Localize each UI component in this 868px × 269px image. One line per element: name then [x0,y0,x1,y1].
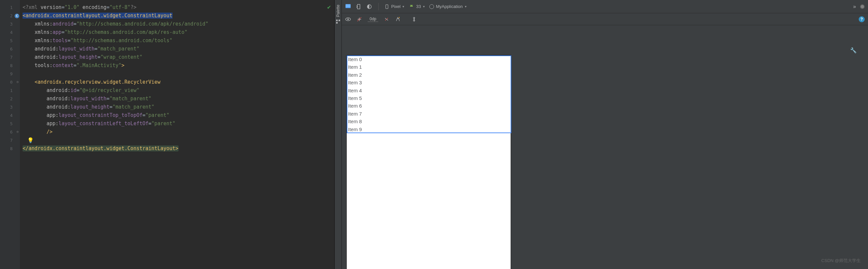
watermark-text: CSDN @师范大学生 [821,258,861,264]
autoconnect-icon[interactable] [356,17,362,22]
list-item[interactable]: Item 1 [347,63,510,71]
issues-indicator-icon[interactable] [860,4,865,9]
list-item[interactable]: Item 7 [347,110,510,118]
list-item[interactable]: Item 2 [347,71,510,79]
list-item[interactable]: Item 9 [347,125,510,133]
fold-end-icon[interactable]: ⊖ [16,130,19,133]
svg-point-8 [412,5,412,6]
line-number: 7 [10,55,12,60]
line-number: 8 [10,63,12,68]
svg-point-12 [347,18,349,20]
list-item[interactable]: Item 0 [347,56,510,63]
help-icon[interactable]: ? [859,16,865,22]
svg-point-15 [399,17,400,18]
more-toolbar-button[interactable]: » [853,4,856,10]
line-number: 8 [10,146,12,151]
design-canvas[interactable]: 🔧 Item 0 Item 1 Item 2 Item 3 Item 4 Ite… [342,25,868,269]
android-icon [409,4,414,9]
svg-rect-6 [386,5,388,9]
view-options-icon[interactable] [345,17,351,22]
line-number: 5 [10,121,12,126]
orientation-icon[interactable] [356,4,362,10]
list-item[interactable]: Item 8 [347,118,510,125]
line-number: 3 [10,104,12,110]
design-sub-toolbar: 0dp ? [342,13,868,25]
layout-design-area: Pixel▾ 33▾ MyApplication▾ » 0dp ? 🔧 Item… [342,0,868,269]
line-number: 7 [10,138,12,143]
line-number: 2 [10,96,12,101]
svg-point-7 [411,5,411,6]
fold-start-icon[interactable]: ⊖ [16,80,19,83]
tools-wrench-icon[interactable]: 🔧 [850,47,857,54]
svg-rect-0 [336,20,338,21]
line-number: 4 [10,113,12,118]
theme-icon [429,4,434,9]
line-number: 6 [10,129,12,134]
phone-icon [384,4,389,10]
infer-constraints-icon[interactable] [395,17,401,22]
device-preview-frame[interactable]: Item 0 Item 1 Item 2 Item 3 Item 4 Item … [346,55,511,269]
line-number: 3 [10,22,12,27]
night-mode-icon[interactable] [366,4,372,10]
svg-rect-16 [414,17,415,21]
line-number: 1 [10,88,12,93]
list-item[interactable]: Item 6 [347,102,510,110]
device-selector[interactable]: Pixel▾ [384,4,404,10]
palette-label: Palette [336,5,340,17]
editor-gutter: 1 2 C 3 4 5 6 7 8 9 0 ⊖ 1 2 3 4 5 6 ⊖ 7 … [0,0,20,269]
line-number: 0 [10,80,12,85]
list-item[interactable]: Item 3 [347,79,510,86]
default-margin-input[interactable]: 0dp [368,16,378,22]
clear-constraints-icon[interactable] [383,17,390,22]
line-number: 1 [10,5,12,10]
svg-rect-4 [346,4,351,8]
component-tree-icon[interactable] [336,19,341,24]
design-toolbar: Pixel▾ 33▾ MyApplication▾ » [342,0,868,13]
line-number: 9 [10,71,12,77]
theme-selector[interactable]: MyApplication▾ [429,4,467,9]
palette-sidebar[interactable]: Palette [335,0,342,269]
design-surface-icon[interactable] [345,4,351,10]
line-number: 6 [10,47,12,52]
code-text-area[interactable]: ✔ <?xml version="1.0" encoding="utf-8"?>… [20,0,334,269]
list-item[interactable]: Item 4 [347,87,510,94]
opening-tag: <androidx.constraintlayout.widget.Constr… [23,12,173,19]
list-item[interactable]: Item 5 [347,94,510,102]
class-gutter-icon[interactable]: C [14,13,19,18]
line-number: 2 [10,13,12,18]
api-selector[interactable]: 33▾ [409,4,424,9]
code-editor-area: 1 2 C 3 4 5 6 7 8 9 0 ⊖ 1 2 3 4 5 6 ⊖ 7 … [0,0,335,269]
closing-tag: </androidx.constraintlayout.widget.Const… [23,146,179,151]
intention-bulb-icon[interactable]: 💡 [27,136,34,145]
line-number: 5 [10,38,12,43]
svg-rect-1 [338,20,340,21]
line-number: 4 [10,30,12,35]
guidelines-icon[interactable] [411,16,417,22]
svg-rect-2 [336,22,338,24]
analysis-ok-icon[interactable]: ✔ [327,3,331,10]
